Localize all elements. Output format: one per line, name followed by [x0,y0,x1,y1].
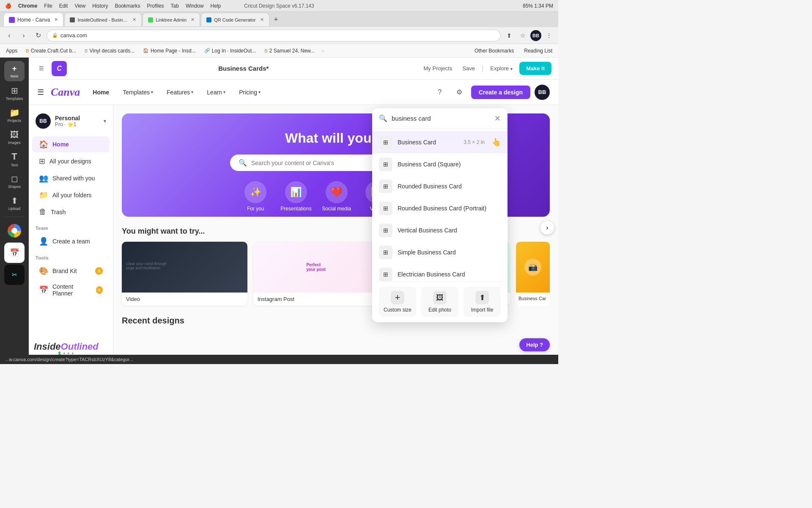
hero-cat-social[interactable]: ❤️ Social media [322,181,351,217]
sidebar-item-all-designs[interactable]: ⊞ All your designs [32,153,110,169]
edit-photo-button[interactable]: 🖼 Edit photo [421,287,458,317]
bookmark-apps[interactable]: Apps [3,47,20,55]
search-close-button[interactable]: ✕ [494,115,501,122]
bookmark-create[interactable]: B Create.Craft.Cut b... [23,47,79,55]
save-button[interactable]: Save [459,64,478,73]
canva-logo-text[interactable]: Canva [51,86,80,98]
profiles-menu[interactable]: Profiles [147,3,164,9]
help-icon-button[interactable]: ? [432,85,447,100]
sidebar-content-planner-label: Content Planner [52,283,92,297]
result-label-1: Business Card (Square) [398,161,501,168]
tab-linktree[interactable]: Linktree Admin ✕ [143,13,200,26]
back-button[interactable]: ‹ [3,30,15,41]
import-file-button[interactable]: ⬆ Import file [464,287,501,317]
view-menu[interactable]: View [74,3,85,9]
result-business-card[interactable]: ⊞ Business Card 3.5 × 2 in 👆 [372,131,508,153]
tab-qr[interactable]: QR Code Generator ✕ [201,13,269,26]
reload-button[interactable]: ↻ [32,30,44,41]
hero-cat-for-you[interactable]: ✨ For you [241,181,270,217]
bookmark-homepage[interactable]: 🏠 Home Page - Insd... [140,47,198,55]
nav-learn-link[interactable]: Learn ▾ [203,86,230,98]
history-menu[interactable]: History [92,3,108,9]
bookmark-samuel[interactable]: B 2 Samuel 24, New... [262,47,317,55]
bookmark-login[interactable]: 🔗 Log In · InsideOut... [202,47,259,55]
sidebar-item-trash[interactable]: 🗑 Trash [32,204,110,220]
bookmark-vinyl[interactable]: B Vinyl decals cards... [82,47,137,55]
edit-menu[interactable]: Edit [59,3,68,9]
tab-close-inside[interactable]: ✕ [132,17,136,22]
new-tab-button[interactable]: + [270,14,282,25]
make-it-button[interactable]: Make It [519,62,551,75]
result-electrician[interactable]: ⊞ Electrician Business Card [372,263,508,281]
design-card-video[interactable]: Clear your mind throughyoga and meditati… [122,242,247,306]
sidebar-item-home[interactable]: 🏠 Home [32,136,110,152]
cards-next-arrow[interactable]: › [540,221,554,235]
dock-app-calendar[interactable]: 📅 [4,243,25,263]
forward-button[interactable]: › [18,30,30,41]
other-bookmarks[interactable]: Other Bookmarks [472,47,516,55]
custom-size-label: Custom size [384,307,411,313]
other-bookmarks-label: Other Bookmarks [475,48,514,54]
search-overlay-input[interactable] [392,115,490,122]
tab-insideoutlined[interactable]: InsideOutlined - Business Car... ✕ [64,13,142,26]
more-options-icon[interactable]: ⋮ [543,30,555,41]
nav-templates-link[interactable]: Templates ▾ [118,86,157,98]
apple-icon[interactable]: 🍎 [5,3,11,9]
dock-item-images[interactable]: 🖼 Images [3,127,26,147]
dock-app-cricut[interactable]: ✂ [4,265,25,285]
design-card-partial[interactable]: 📸 Business Car [516,242,550,306]
result-simple[interactable]: ⊞ Simple Business Card [372,241,508,263]
tab-close-linktree[interactable]: ✕ [191,17,195,22]
hero-cat-presentations[interactable]: 📊 Presentations [280,181,311,217]
sidebar-item-content-planner[interactable]: 📅 Content Planner ⭐ [32,280,110,300]
nav-pricing-link[interactable]: Pricing ▾ [235,86,265,98]
explore-button[interactable]: Explore ▾ [487,64,516,73]
dock-item-templates[interactable]: ⊞ Templates [3,83,26,103]
help-button[interactable]: Help ? [519,338,550,351]
result-vertical[interactable]: ⊞ Vertical Business Card [372,219,508,241]
result-business-card-square[interactable]: ⊞ Business Card (Square) [372,153,508,175]
dock-app-chrome[interactable] [4,221,25,241]
nav-features-link[interactable]: Features ▾ [162,86,198,98]
canva-logo-small[interactable]: C [52,61,67,76]
presentations-label: Presentations [280,206,311,212]
hamburger-menu-button[interactable]: ☰ [36,64,47,73]
create-design-button[interactable]: Create a design [471,86,530,99]
my-projects-button[interactable]: My Projects [420,64,456,73]
settings-icon-button[interactable]: ⚙ [452,85,467,100]
window-menu[interactable]: Window [186,3,204,9]
sidebar-folders-label: All your folders [52,192,92,199]
nav-home-link[interactable]: Home [88,86,113,98]
sidebar-item-create-team[interactable]: 👤 Create a team [32,233,110,249]
dock-item-upload[interactable]: ⬆ Upload [3,193,26,213]
reading-list[interactable]: Reading List [521,47,555,55]
custom-size-button[interactable]: + Custom size [379,287,416,317]
tab-close-canva[interactable]: ✕ [54,17,58,22]
sidebar-item-brand-kit[interactable]: 🎨 Brand Kit ⭐ [32,263,110,279]
help-menu[interactable]: Help [211,3,221,9]
sidebar-item-folders[interactable]: 📁 All your folders [32,187,110,203]
bookmark-icon[interactable]: ☆ [517,30,529,41]
bookmark-apps-label: Apps [6,48,17,54]
app-name[interactable]: Chrome [18,3,37,9]
user-avatar-nav[interactable]: BB [535,85,550,100]
sidebar-item-shared[interactable]: 👥 Shared with you [32,170,110,186]
dock-item-projects[interactable]: 📁 Projects [3,105,26,125]
profile-circle[interactable]: BB [530,30,541,41]
address-bar[interactable]: 🔒 canva.com [47,30,501,41]
dock-item-text[interactable]: T Text [3,149,26,169]
file-menu[interactable]: File [44,3,52,9]
bookmarks-menu[interactable]: Bookmarks [115,3,140,9]
dock-item-new[interactable]: + New [4,61,25,81]
tab-menu[interactable]: Tab [171,3,179,9]
result-rounded-portrait[interactable]: ⊞ Rounded Business Card (Portrait) [372,197,508,219]
result-icon-4: ⊞ [379,224,392,237]
share-icon[interactable]: ⬆ [503,30,515,41]
sidebar-profile[interactable]: BB Personal Pro · ⭐1 ▾ [29,110,113,132]
dock-item-shapes[interactable]: ◻ Shapes [3,171,26,191]
result-rounded[interactable]: ⊞ Rounded Business Card [372,175,508,197]
tab-canva-home[interactable]: Home - Canva ✕ [3,13,63,26]
tab-close-qr[interactable]: ✕ [260,17,264,22]
design-card-instagram[interactable]: Perfectyour post Instagram Post [253,242,379,306]
nav-hamburger-icon[interactable]: ☰ [37,88,44,97]
